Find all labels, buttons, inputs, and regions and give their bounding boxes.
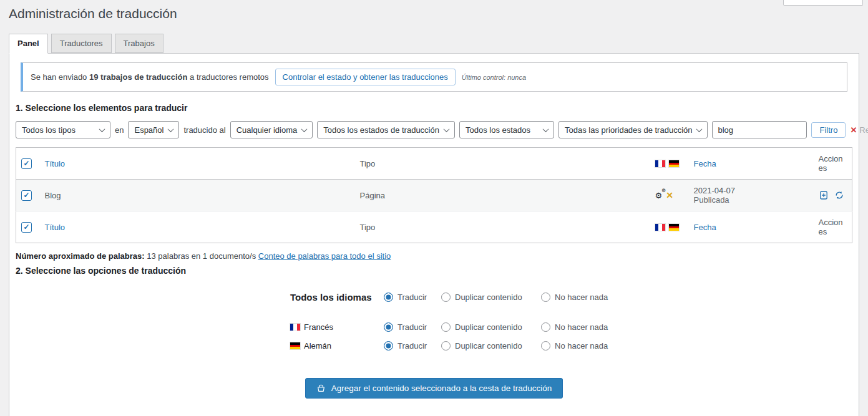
radio-icon bbox=[441, 322, 451, 332]
radio-icon bbox=[441, 341, 451, 351]
tab-panel[interactable]: Panel bbox=[9, 34, 48, 54]
reset-filter-link[interactable]: ✕Restablecer filtro bbox=[850, 125, 868, 135]
filter-button[interactable]: Filtro bbox=[811, 122, 846, 138]
row-checkbox[interactable]: ✓ bbox=[21, 190, 32, 201]
sync-icon[interactable] bbox=[834, 190, 844, 200]
gears-icon[interactable]: ⚙⚙ bbox=[655, 191, 663, 200]
word-count-line: Número aproximado de palabras: 13 palabr… bbox=[16, 251, 852, 261]
radio-duplicate-german[interactable]: Duplicar contenido bbox=[441, 341, 541, 351]
last-check-label: Último control: nunca bbox=[462, 74, 526, 81]
sort-date-link-bottom[interactable]: Fecha bbox=[694, 223, 716, 232]
radio-label: Duplicar contenido bbox=[455, 341, 522, 351]
flag-france-icon bbox=[290, 324, 300, 331]
translated-to-label: traducido al bbox=[183, 125, 225, 135]
table-footer-row: ✓ Título Tipo Fecha Acciones bbox=[16, 211, 852, 243]
radio-nothing-all[interactable]: No hacer nada bbox=[541, 293, 635, 302]
section2-heading: 2. Seleccione las opciones de traducción bbox=[16, 266, 852, 276]
reset-x-icon: ✕ bbox=[850, 125, 857, 135]
type-select[interactable]: Todos los tipos bbox=[16, 121, 110, 138]
flag-france-icon bbox=[655, 160, 665, 167]
row-type: Página bbox=[360, 191, 385, 200]
radio-label: Traducir bbox=[397, 341, 427, 351]
remote-jobs-notice: Se han enviado 19 trabajos de traducción… bbox=[21, 62, 847, 92]
option-row-french: Francés Traducir Duplicar contenido No h… bbox=[290, 322, 852, 332]
warning-x-icon[interactable]: ✕ bbox=[666, 191, 673, 200]
radio-label: Traducir bbox=[397, 293, 427, 302]
radio-icon bbox=[441, 293, 451, 302]
radio-selected-icon bbox=[384, 341, 393, 351]
notice-text: Se han enviado 19 trabajos de traducción… bbox=[31, 72, 269, 82]
notice-prefix: Se han enviado bbox=[31, 72, 87, 82]
panel-content: Se han enviado 19 trabajos de traducción… bbox=[9, 53, 859, 416]
word-count-text: 13 palabras en 1 documento/s bbox=[147, 251, 256, 261]
column-type-label-top: Tipo bbox=[360, 159, 376, 168]
in-label: en bbox=[115, 125, 124, 135]
tab-traductores[interactable]: Traductores bbox=[51, 34, 112, 53]
radio-label: Duplicar contenido bbox=[455, 293, 522, 302]
notice-suffix: a traductores remotos bbox=[190, 72, 268, 82]
site-word-count-link[interactable]: Conteo de palabras para todo el sitio bbox=[258, 251, 391, 261]
radio-translate-german[interactable]: Traducir bbox=[384, 341, 441, 351]
select-all-checkbox-top[interactable]: ✓ bbox=[21, 158, 32, 169]
source-language-select[interactable]: Español bbox=[128, 121, 179, 138]
page-title: Administración de traducción bbox=[9, 0, 859, 24]
column-actions-label-bottom: Acciones bbox=[819, 218, 843, 236]
chevron-down-icon bbox=[543, 126, 549, 132]
radio-translate-french[interactable]: Traducir bbox=[384, 322, 441, 332]
search-input[interactable] bbox=[712, 121, 807, 138]
tab-bar: Panel Traductores Trabajos bbox=[9, 34, 859, 53]
admin-page: Administración de traducción Panel Tradu… bbox=[0, 0, 868, 416]
radio-icon bbox=[541, 341, 550, 351]
radio-icon bbox=[541, 322, 550, 332]
type-select-value: Todos los tipos bbox=[22, 125, 76, 135]
priority-select-value: Todas las prioridades de traducción bbox=[565, 125, 693, 135]
flag-germany-icon bbox=[669, 224, 679, 231]
radio-selected-icon bbox=[384, 293, 393, 302]
priority-select[interactable]: Todas las prioridades de traducción bbox=[558, 121, 708, 138]
option-row-label: Francés bbox=[304, 322, 333, 332]
radio-duplicate-french[interactable]: Duplicar contenido bbox=[441, 322, 541, 332]
flag-france-icon bbox=[655, 224, 665, 231]
radio-label: No hacer nada bbox=[555, 341, 608, 351]
translation-status-value: Todos los estados de traducción bbox=[323, 125, 439, 135]
radio-duplicate-all[interactable]: Duplicar contenido bbox=[441, 293, 541, 302]
basket-icon bbox=[316, 384, 326, 393]
sort-date-link-top[interactable]: Fecha bbox=[694, 159, 716, 168]
target-language-select[interactable]: Cualquier idioma bbox=[230, 121, 313, 138]
option-row-label: Alemán bbox=[304, 341, 331, 351]
table-row: ✓ Blog Página ⚙⚙ ✕ 2021-04-07 Publicada bbox=[16, 180, 852, 211]
row-status: Publicada bbox=[694, 195, 809, 205]
check-status-button[interactable]: Controlar el estado y obtener las traduc… bbox=[275, 69, 456, 85]
add-document-icon[interactable] bbox=[819, 190, 829, 200]
column-type-label-bottom: Tipo bbox=[360, 223, 376, 232]
submit-area: Agregar el contenido seleccionado a la c… bbox=[16, 378, 852, 399]
select-all-checkbox-bottom[interactable]: ✓ bbox=[21, 222, 32, 233]
add-to-basket-button[interactable]: Agregar el contenido seleccionado a la c… bbox=[305, 378, 563, 399]
column-actions-label-top: Acciones bbox=[819, 154, 843, 173]
flag-germany-icon bbox=[669, 160, 679, 167]
reset-filter-label: Restablecer filtro bbox=[859, 125, 868, 135]
word-count-label: Número aproximado de palabras: bbox=[16, 251, 145, 261]
source-language-value: Español bbox=[134, 125, 163, 135]
radio-label: Duplicar contenido bbox=[455, 322, 522, 332]
radio-nothing-french[interactable]: No hacer nada bbox=[541, 322, 635, 332]
status-select[interactable]: Todos los estados bbox=[459, 121, 554, 138]
radio-translate-all[interactable]: Traducir bbox=[384, 293, 441, 302]
translation-status-select[interactable]: Todos los estados de traducción bbox=[317, 121, 455, 138]
option-row-german: Alemán Traducir Duplicar contenido No ha… bbox=[290, 341, 852, 351]
help-tab-sliver[interactable] bbox=[783, 0, 863, 6]
flag-germany-icon bbox=[290, 342, 300, 349]
notice-jobs-count: 19 trabajos de traducción bbox=[89, 72, 188, 82]
status-select-value: Todos los estados bbox=[466, 125, 530, 135]
translation-items-table: ✓ Título Tipo Fecha Acciones ✓ Blog Pági… bbox=[16, 147, 852, 243]
sort-title-link-top[interactable]: Título bbox=[45, 159, 66, 168]
row-date: 2021-04-07 bbox=[694, 186, 809, 195]
chevron-down-icon bbox=[168, 126, 174, 132]
radio-selected-icon bbox=[384, 322, 393, 332]
filter-bar: Todos los tipos en Español traducido al … bbox=[16, 121, 852, 138]
section1-heading: 1. Seleccione los elementos para traduci… bbox=[16, 103, 852, 113]
sort-title-link-bottom[interactable]: Título bbox=[45, 223, 66, 232]
chevron-down-icon bbox=[696, 126, 703, 132]
tab-trabajos[interactable]: Trabajos bbox=[115, 34, 163, 53]
radio-nothing-german[interactable]: No hacer nada bbox=[541, 341, 635, 351]
